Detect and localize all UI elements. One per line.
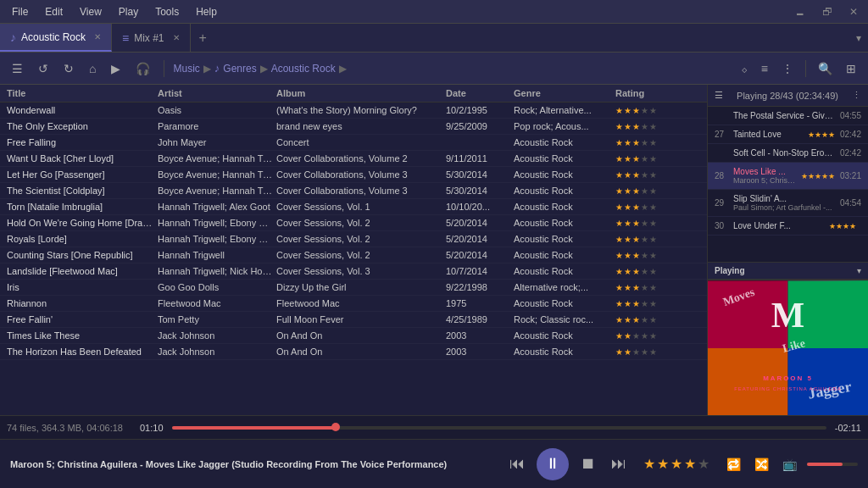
window-controls: 🗕 🗗 ✕ bbox=[788, 4, 865, 19]
queue-item[interactable]: 29 Slip Slidin' A... Paul Simon; Art Gar… bbox=[708, 190, 868, 217]
tab-mix1[interactable]: ≡ Mix #1 ✕ bbox=[112, 24, 191, 52]
track-artist: Hannah Trigwell; Ebony Day bbox=[158, 234, 276, 244]
track-album: (What's the Story) Morning Glory? bbox=[276, 105, 446, 115]
track-list-header: Title Artist Album Date Genre Rating bbox=[0, 85, 707, 103]
track-row[interactable]: Counting Stars [One Republic] Hannah Tri… bbox=[0, 247, 707, 263]
minimize-button[interactable]: 🗕 bbox=[788, 4, 812, 19]
progress-thumb bbox=[331, 423, 340, 431]
col-title[interactable]: Title bbox=[7, 88, 158, 98]
next-button[interactable]: ⏭ bbox=[608, 452, 630, 476]
toolbar-home[interactable]: ⌂ bbox=[84, 58, 101, 79]
volume-slider[interactable] bbox=[807, 463, 858, 466]
queue-item-info: The Postal Service - Give Up bbox=[733, 111, 835, 120]
cast-button[interactable]: 📺 bbox=[779, 454, 800, 474]
toolbar-redo[interactable]: ↻ bbox=[58, 58, 79, 79]
queue-options[interactable]: ⋮ bbox=[852, 90, 861, 101]
track-artist: Boyce Avenue; Hannah Trigwell bbox=[158, 169, 276, 180]
queue-item-title: Moves Like ... bbox=[733, 167, 796, 176]
track-row[interactable]: Times Like These Jack Johnson On And On … bbox=[0, 328, 707, 344]
track-date: 5/30/2014 bbox=[446, 186, 514, 196]
track-row[interactable]: The Only Exception Paramore brand new ey… bbox=[0, 119, 707, 135]
col-artist[interactable]: Artist bbox=[158, 88, 276, 98]
svg-text:M: M bbox=[771, 296, 804, 335]
tab-add-button[interactable]: + bbox=[191, 24, 215, 52]
track-row[interactable]: Iris Goo Goo Dolls Dizzy Up the Girl 9/2… bbox=[0, 280, 707, 296]
breadcrumb-current[interactable]: Acoustic Rock bbox=[271, 63, 336, 75]
player-star-4[interactable]: ★ bbox=[684, 456, 696, 472]
track-rating: ★★★★★ bbox=[615, 154, 683, 164]
player-star-2[interactable]: ★ bbox=[657, 456, 669, 472]
track-genre: Acoustic Rock bbox=[514, 186, 615, 196]
col-album[interactable]: Album bbox=[276, 88, 446, 98]
breadcrumb-music[interactable]: Music bbox=[173, 63, 199, 75]
menu-help[interactable]: Help bbox=[187, 4, 225, 19]
col-date[interactable]: Date bbox=[446, 88, 514, 98]
toolbar-forward[interactable]: ▶ bbox=[106, 58, 125, 79]
menu-tools[interactable]: Tools bbox=[147, 4, 187, 19]
toolbar-more[interactable]: ⋮ bbox=[776, 58, 798, 79]
track-row[interactable]: The Scientist [Coldplay] Boyce Avenue; H… bbox=[0, 183, 707, 199]
prev-button[interactable]: ⏮ bbox=[506, 452, 528, 476]
track-genre: Acoustic Rock bbox=[514, 347, 615, 357]
track-title: Royals [Lorde] bbox=[7, 234, 158, 244]
menu-file[interactable]: File bbox=[3, 4, 36, 19]
track-row[interactable]: Rhiannon Fleetwood Mac Fleetwood Mac 197… bbox=[0, 296, 707, 312]
player-star-5[interactable]: ★ bbox=[698, 456, 709, 472]
toolbar-separator-1 bbox=[164, 60, 164, 77]
track-row[interactable]: Royals [Lorde] Hannah Trigwell; Ebony Da… bbox=[0, 231, 707, 247]
track-rating: ★★★★★ bbox=[615, 251, 683, 260]
time-elapsed: 01:10 bbox=[140, 423, 164, 433]
queue-item-num: 30 bbox=[715, 221, 728, 230]
close-button[interactable]: ✕ bbox=[843, 4, 865, 19]
player-star-1[interactable]: ★ bbox=[643, 456, 655, 472]
repeat-button[interactable]: 🔁 bbox=[723, 454, 744, 474]
track-album: On And On bbox=[276, 330, 446, 341]
queue-item[interactable]: The Postal Service - Give Up 04:55 bbox=[708, 107, 868, 125]
toolbar-panel[interactable]: ⊞ bbox=[841, 58, 861, 79]
track-row[interactable]: Hold On We're Going Home [Drake] Hannah … bbox=[0, 215, 707, 231]
shuffle-button[interactable]: 🔀 bbox=[751, 454, 772, 474]
playing-expand[interactable]: ▾ bbox=[857, 266, 861, 275]
tab-chevron[interactable]: ▾ bbox=[849, 24, 868, 52]
toolbar-headphones[interactable]: 🎧 bbox=[131, 58, 155, 79]
track-title: Free Falling bbox=[7, 137, 158, 147]
toolbar-undo[interactable]: ↺ bbox=[33, 58, 53, 79]
col-rating[interactable]: Rating bbox=[615, 88, 683, 98]
menu-play[interactable]: Play bbox=[110, 4, 147, 19]
tab-close-acoustic[interactable]: ✕ bbox=[94, 32, 101, 42]
player-info: Maroon 5; Christina Aguilera - Moves Lik… bbox=[10, 459, 499, 469]
tab-acoustic-rock[interactable]: ♪ Acoustic Rock ✕ bbox=[0, 24, 112, 52]
toolbar-list-view[interactable]: ≡ bbox=[756, 58, 773, 79]
queue-item[interactable]: 30 Love Under F... ★★★★ bbox=[708, 217, 868, 236]
player-star-3[interactable]: ★ bbox=[670, 456, 682, 472]
track-rating: ★★★★★ bbox=[615, 331, 683, 341]
track-row[interactable]: The Horizon Has Been Defeated Jack Johns… bbox=[0, 344, 707, 360]
queue-item[interactable]: Soft Cell - Non-Stop Erotic... 02:42 bbox=[708, 144, 868, 163]
track-row[interactable]: Landslide [Fleetwood Mac] Hannah Trigwel… bbox=[0, 263, 707, 280]
track-row[interactable]: Let Her Go [Passenger] Boyce Avenue; Han… bbox=[0, 167, 707, 183]
track-row[interactable]: Free Falling John Mayer Concert Acoustic… bbox=[0, 135, 707, 151]
track-artist: Boyce Avenue; Hannah Trigwell bbox=[158, 153, 276, 164]
menu-edit[interactable]: Edit bbox=[36, 4, 71, 19]
track-row[interactable]: Free Fallin' Tom Petty Full Moon Fever 4… bbox=[0, 312, 707, 328]
toolbar-search[interactable]: 🔍 bbox=[813, 58, 837, 79]
progress-bar[interactable] bbox=[172, 426, 826, 430]
breadcrumb-genres[interactable]: Genres bbox=[223, 63, 256, 75]
queue-item[interactable]: 27 Tainted Love ★★★★ 02:42 bbox=[708, 125, 868, 144]
col-genre[interactable]: Genre bbox=[514, 88, 615, 98]
toolbar-filter[interactable]: ⬦ bbox=[736, 58, 753, 79]
track-row[interactable]: Want U Back [Cher Lloyd] Boyce Avenue; H… bbox=[0, 151, 707, 167]
breadcrumb-arrow-1: ▶ bbox=[203, 63, 211, 75]
tab-close-mix[interactable]: ✕ bbox=[173, 33, 180, 42]
track-artist: Paramore bbox=[158, 121, 276, 131]
menu-view[interactable]: View bbox=[71, 4, 110, 19]
pause-button[interactable]: ⏸ bbox=[537, 448, 569, 480]
queue-item-info: Slip Slidin' A... Paul Simon; Art Garfun… bbox=[733, 194, 835, 212]
track-row[interactable]: Wonderwall Oasis (What's the Story) Morn… bbox=[0, 103, 707, 119]
track-row[interactable]: Torn [Natalie Imbruglia] Hannah Trigwell… bbox=[0, 199, 707, 215]
toolbar-hamburger[interactable]: ☰ bbox=[7, 58, 28, 79]
queue-item-title: The Postal Service - Give Up bbox=[733, 111, 835, 120]
maximize-button[interactable]: 🗗 bbox=[815, 4, 839, 19]
stop-button[interactable]: ⏹ bbox=[577, 452, 599, 476]
queue-item[interactable]: 28 Moves Like ... Maroon 5; Christina Ag… bbox=[708, 163, 868, 190]
